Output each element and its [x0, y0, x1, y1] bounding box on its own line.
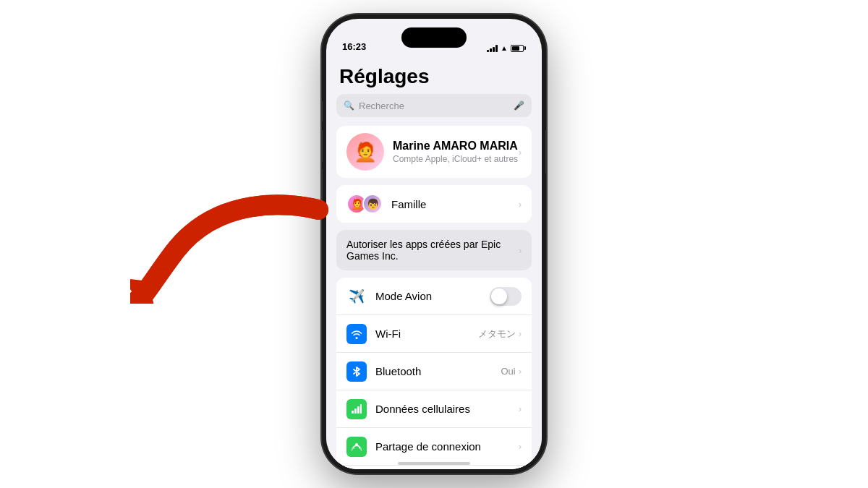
bluetooth-chevron: ›: [519, 366, 522, 377]
family-chevron: ›: [519, 199, 522, 210]
user-info: Marine AMARO MARIA Compte Apple, iCloud+…: [393, 140, 519, 164]
cellular-chevron: ›: [519, 403, 522, 414]
family-avatars: 🧑‍🦰 👦: [346, 194, 383, 214]
airplane-icon: ✈️: [346, 286, 367, 307]
airplane-toggle[interactable]: [490, 287, 522, 306]
user-row[interactable]: 🧑‍🦰 Marine AMARO MARIA Compte Apple, iCl…: [336, 126, 532, 178]
search-icon: 🔍: [344, 100, 354, 111]
network-section: ✈️ Mode Avion Wi-Fi: [336, 278, 532, 469]
status-icons: ▲: [487, 44, 526, 52]
search-bar[interactable]: 🔍 Recherche 🎤: [336, 94, 532, 117]
wifi-icon: [346, 324, 367, 344]
family-section: 🧑‍🦰 👦 Famille ›: [336, 185, 532, 223]
svg-rect-2: [354, 408, 357, 414]
volume-up-button: [322, 130, 323, 162]
page-title: Réglages: [326, 56, 542, 94]
hotspot-row[interactable]: Partage de connexion ›: [336, 428, 532, 466]
scene: 16:23 ▲: [0, 0, 868, 488]
bluetooth-value: Oui: [501, 366, 515, 377]
banner-chevron: ›: [519, 245, 522, 256]
user-row-chevron: ›: [519, 147, 522, 158]
dynamic-island: [401, 27, 467, 48]
cellular-label: Données cellulaires: [375, 403, 519, 415]
phone-frame: 16:23 ▲: [322, 14, 546, 474]
svg-rect-3: [357, 406, 359, 414]
airplane-label: Mode Avion: [375, 290, 490, 302]
banner-label: Autoriser les apps créées par Epic Games…: [346, 239, 519, 262]
wifi-label: Wi-Fi: [375, 328, 478, 340]
signal-bars-icon: [487, 45, 498, 52]
silent-button: [322, 101, 323, 121]
mic-icon: 🎤: [514, 100, 524, 111]
cellular-row[interactable]: Données cellulaires ›: [336, 390, 532, 428]
power-button: [545, 130, 546, 174]
screen-content[interactable]: Réglages 🔍 Recherche 🎤 🧑‍🦰 Marine AMARO …: [326, 56, 542, 469]
family-label: Famille: [391, 198, 519, 210]
hotspot-icon: [346, 437, 367, 457]
user-subtitle: Compte Apple, iCloud+ et autres: [393, 154, 519, 164]
svg-rect-1: [352, 411, 354, 414]
avatar: 🧑‍🦰: [346, 133, 384, 171]
airplane-row[interactable]: ✈️ Mode Avion: [336, 278, 532, 315]
wifi-status-icon: ▲: [501, 44, 508, 52]
family-avatar-2: 👦: [362, 194, 383, 214]
home-indicator: [398, 462, 470, 465]
bluetooth-row[interactable]: Bluetooth Oui ›: [336, 353, 532, 390]
hotspot-chevron: ›: [519, 441, 522, 452]
battery-status-icon: [511, 45, 526, 52]
svg-marker-0: [130, 282, 156, 304]
banner-row[interactable]: Autoriser les apps créées par Epic Games…: [336, 230, 532, 270]
user-name: Marine AMARO MARIA: [393, 140, 519, 153]
hotspot-label: Partage de connexion: [375, 440, 519, 453]
red-arrow: [130, 188, 333, 304]
battery-row[interactable]: Batterie ›: [336, 466, 532, 469]
family-row[interactable]: 🧑‍🦰 👦 Famille ›: [336, 185, 532, 223]
bluetooth-label: Bluetooth: [375, 365, 501, 377]
phone-screen: 16:23 ▲: [326, 19, 542, 469]
status-time: 16:23: [342, 41, 366, 52]
wifi-chevron: ›: [519, 328, 522, 339]
search-input[interactable]: Recherche: [359, 100, 509, 111]
wifi-row[interactable]: Wi-Fi メタモン ›: [336, 315, 532, 353]
bluetooth-icon: [346, 361, 367, 382]
svg-rect-4: [360, 404, 362, 414]
volume-down-button: [322, 169, 323, 201]
wifi-value: メタモン: [478, 328, 516, 341]
cellular-icon: [346, 399, 367, 419]
